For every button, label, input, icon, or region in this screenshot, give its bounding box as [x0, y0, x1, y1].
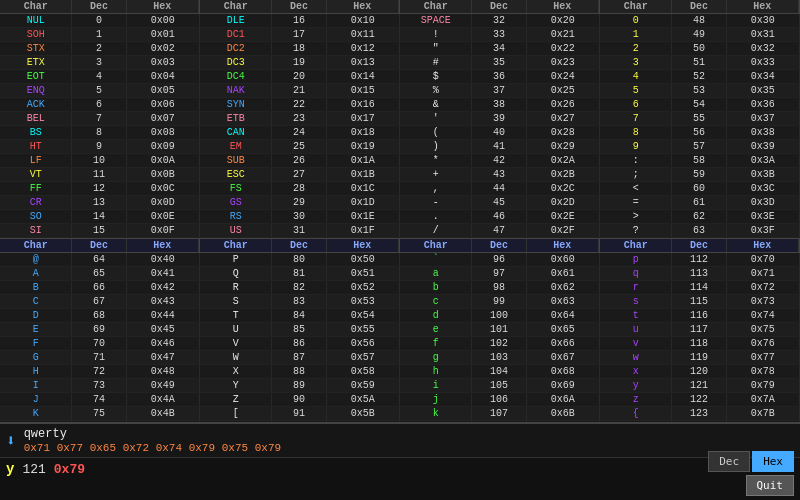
quit-button[interactable]: Quit — [746, 475, 795, 496]
table-row: HT90x09EM250x19)410x299570x39 — [0, 140, 800, 154]
table-row: ETX30x03DC3190x13#350x233510x33 — [0, 56, 800, 70]
table-row: BS80x08CAN240x18(400x288560x38 — [0, 126, 800, 140]
table-row: NUL00x00DLE160x10SPACE320x200480x30 — [0, 14, 800, 28]
table-row: F700x46V860x56f1020x66v1180x76 — [0, 337, 800, 351]
text-input-container: qwerty 0x71 0x77 0x65 0x72 0x74 0x79 0x7… — [24, 427, 794, 454]
table-row: @640x40P800x50`960x60p1120x70 — [0, 253, 800, 267]
dec-mode-button[interactable]: Dec — [708, 451, 750, 472]
hex-display: 0x71 0x77 0x65 0x72 0x74 0x79 0x75 0x79 — [24, 442, 794, 454]
table-row: G710x47W870x57g1030x67w1190x77 — [0, 351, 800, 365]
hex-mode-button[interactable]: Hex — [752, 451, 794, 472]
table-row: LF100x0ASUB260x1A*420x2A:580x3A — [0, 154, 800, 168]
table-row: A650x41Q810x51a970x61q1130x71 — [0, 267, 800, 281]
table-row: BEL70x07ETB230x17'390x277550x37 — [0, 112, 800, 126]
table-row: H720x48X880x58h1040x68x1200x78 — [0, 365, 800, 379]
result-char: y — [6, 461, 14, 477]
table-row: SI150x0FUS310x1F/470x2F?630x3F — [0, 224, 800, 238]
table-row: ACK60x06SYN220x16&380x266540x36 — [0, 98, 800, 112]
table-row: J740x4AZ900x5Aj1060x6Az1220x7A — [0, 393, 800, 407]
table-row: VT110x0BESC270x1B+430x2B;590x3B — [0, 168, 800, 182]
table-row: SO140x0ERS300x1E.460x2E>620x3E — [0, 210, 800, 224]
bottom-panel: ⬇ qwerty 0x71 0x77 0x65 0x72 0x74 0x79 0… — [0, 422, 800, 500]
table-row: SOH10x01DC1170x11!330x211490x31 — [0, 28, 800, 42]
table-row: D680x44T840x54d1000x64t1160x74 — [0, 309, 800, 323]
ascii-table: CharDecHexCharDecHexCharDecHexCharDecHex… — [0, 0, 800, 477]
table-row: EOT40x04DC4200x14$360x244520x34 — [0, 70, 800, 84]
mode-buttons: Dec Hex — [708, 451, 794, 472]
table-row: ENQ50x05NAK210x15%370x255530x35 — [0, 84, 800, 98]
table-row: B660x42R820x52b980x62r1140x72 — [0, 281, 800, 295]
result-line: y 121 0x79 — [0, 458, 800, 480]
table-row: I730x49Y890x59i1050x69y1210x79 — [0, 379, 800, 393]
table-row: E690x45U850x55e1010x65u1170x75 — [0, 323, 800, 337]
input-area: ⬇ qwerty 0x71 0x77 0x65 0x72 0x74 0x79 0… — [0, 424, 800, 458]
result-dec: 121 — [22, 462, 45, 477]
table-row: C670x43S830x53c990x63s1150x73 — [0, 295, 800, 309]
download-icon[interactable]: ⬇ — [6, 431, 16, 451]
table-row: CR130x0DGS290x1D-450x2D=610x3D — [0, 196, 800, 210]
result-hex: 0x79 — [54, 462, 85, 477]
table-row: FF120x0CFS280x1C,440x2C<600x3C — [0, 182, 800, 196]
table-row: K750x4B[910x5Bk1070x6B{1230x7B — [0, 407, 800, 421]
table-row: STX20x02DC2180x12"340x222500x32 — [0, 42, 800, 56]
typed-text: qwerty — [24, 427, 794, 441]
